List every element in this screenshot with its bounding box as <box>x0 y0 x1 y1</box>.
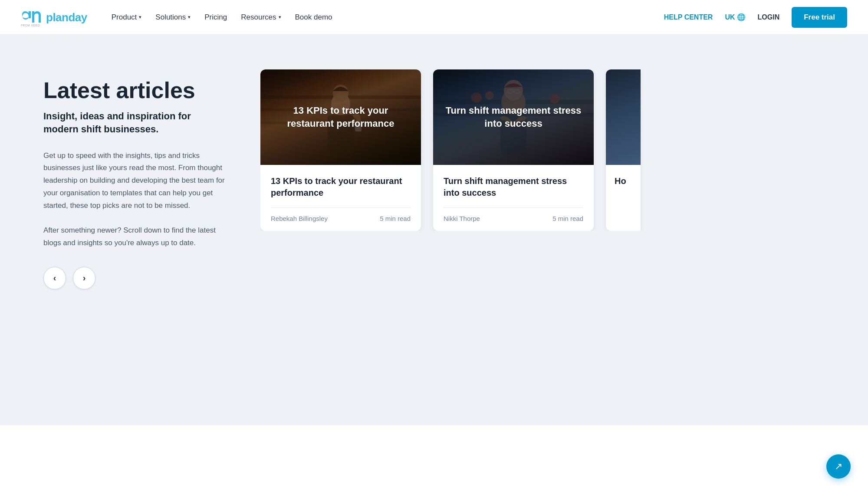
card-1-read-time: 5 min read <box>380 215 411 222</box>
card-3-partial-body: Ho <box>606 165 641 231</box>
main-nav: FROM XERO FROM XERO planday Product ▾ So… <box>0 0 868 35</box>
card-2-image: Turn shift management stress into succes… <box>433 69 594 165</box>
nav-left-full: FROM XERO planday Product ▾ Solutions ▾ … <box>21 8 332 27</box>
nav-resources[interactable]: Resources ▾ <box>241 13 281 22</box>
logo-text: planday <box>46 12 87 23</box>
card-1-body: 13 KPIs to track your restaurant perform… <box>260 165 421 231</box>
article-card-2[interactable]: Turn shift management stress into succes… <box>433 69 594 231</box>
hero-subtitle: Insight, ideas and inspiration for moder… <box>43 110 226 135</box>
card-2-body: Turn shift management stress into succes… <box>433 165 594 231</box>
card-2-divider <box>444 207 583 208</box>
card-2-meta: Nikki Thorpe 5 min read <box>444 215 583 222</box>
login-link[interactable]: LOGIN <box>758 13 780 21</box>
article-card-1[interactable]: 13 KPIs to track your restaurant perform… <box>260 69 421 231</box>
resources-chevron-icon: ▾ <box>279 14 281 20</box>
card-1-overlay: 13 KPIs to track your restaurant perform… <box>260 69 421 165</box>
hero-title: Latest articles <box>43 78 226 103</box>
cards-scroll: 13 KPIs to track your restaurant perform… <box>260 69 825 231</box>
card-1-image: 13 KPIs to track your restaurant perform… <box>260 69 421 165</box>
nav-book-demo[interactable]: Book demo <box>295 13 332 22</box>
nav-right: HELP CENTER UK 🌐 LOGIN Free trial <box>664 7 847 28</box>
help-center-link[interactable]: HELP CENTER <box>664 13 713 21</box>
card-1-image-title: 13 KPIs to track your restaurant perform… <box>269 104 412 130</box>
card-2-title: Turn shift management stress into succes… <box>444 175 583 207</box>
card-3-partial-title: Ho <box>615 175 632 187</box>
svg-text:FROM XERO: FROM XERO <box>21 24 40 27</box>
next-button[interactable]: › <box>73 267 95 289</box>
product-chevron-icon: ▾ <box>139 14 141 20</box>
hero-text-block: Latest articles Insight, ideas and inspi… <box>43 69 226 289</box>
card-1-title: 13 KPIs to track your restaurant perform… <box>271 175 411 207</box>
nav-links: Product ▾ Solutions ▾ Pricing Resources … <box>112 13 332 22</box>
planday-logo-svg[interactable]: FROM XERO <box>21 8 43 27</box>
hero-body-1: Get up to speed with the insights, tips … <box>43 150 226 212</box>
nav-pricing[interactable]: Pricing <box>204 13 227 22</box>
card-2-read-time: 5 min read <box>552 215 583 222</box>
hero-inner: Latest articles Insight, ideas and inspi… <box>43 69 825 289</box>
uk-locale-selector[interactable]: UK 🌐 <box>725 13 745 21</box>
card-3-partial-img <box>606 69 641 165</box>
nav-product[interactable]: Product ▾ <box>112 13 142 22</box>
card-2-overlay: Turn shift management stress into succes… <box>433 69 594 165</box>
card-2-author: Nikki Thorpe <box>444 215 480 222</box>
hero-section: Latest articles Insight, ideas and inspi… <box>0 35 868 425</box>
free-trial-button[interactable]: Free trial <box>792 7 847 28</box>
card-1-author: Rebekah Billingsley <box>271 215 328 222</box>
hero-body-2: After something newer? Scroll down to fi… <box>43 224 226 250</box>
carousel-controls: ‹ › <box>43 267 226 289</box>
card-2-image-title: Turn shift management stress into succes… <box>442 104 585 130</box>
nav-solutions[interactable]: Solutions ▾ <box>155 13 191 22</box>
card-1-divider <box>271 207 411 208</box>
articles-carousel: 13 KPIs to track your restaurant perform… <box>260 69 825 231</box>
article-card-3-partial[interactable]: Ho <box>606 69 641 231</box>
card-1-meta: Rebekah Billingsley 5 min read <box>271 215 411 222</box>
globe-icon: 🌐 <box>737 13 746 21</box>
prev-button[interactable]: ‹ <box>43 267 66 289</box>
solutions-chevron-icon: ▾ <box>188 14 191 20</box>
uk-label: UK <box>725 13 735 21</box>
